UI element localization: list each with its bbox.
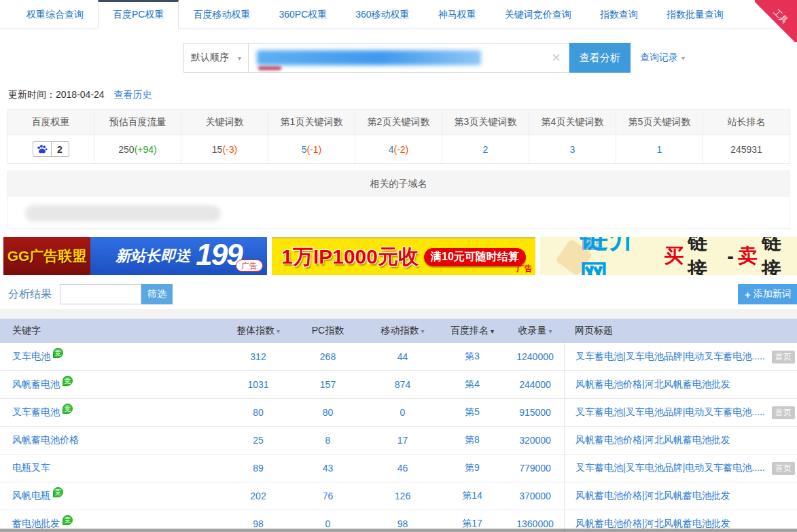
ad-dash-text: - [727, 245, 734, 268]
indexed-volume-value: 1240000 [506, 351, 564, 362]
tab-baidu-pc-weight[interactable]: 百度PC权重 [98, 0, 179, 29]
add-new-keyword-button[interactable]: + 添加新词 [738, 284, 797, 304]
ad-ip-pill: 满10元可随时结算 [424, 248, 526, 266]
keyword-link[interactable]: 蓄电池批发 [12, 518, 60, 529]
corner-ribbon-shape: 工具 [755, 0, 797, 42]
baidu-paw-icon [33, 142, 52, 156]
traffic-delta: (+94) [135, 144, 157, 155]
table-row: 风帆蓄电池价格 25 8 17 第8 320000 风帆蓄电池价格|河北风帆蓄电… [0, 427, 797, 455]
domain-search-input[interactable]: × [249, 43, 569, 73]
mobile-index-value: 126 [367, 491, 438, 501]
col-volume-label: 收录量 [518, 325, 546, 336]
page2-value: 4 [389, 144, 394, 155]
sort-order-select[interactable]: 默认顺序 ▾ [183, 43, 249, 73]
corner-ribbon[interactable]: 工具 [755, 0, 797, 42]
keyword-link[interactable]: 叉车电池 [12, 351, 50, 361]
clear-input-icon[interactable]: × [552, 49, 561, 67]
pc-index-value: 80 [289, 407, 367, 418]
baidu-rank-value: 第5 [438, 406, 506, 419]
analyze-button[interactable]: 查看分析 [569, 43, 631, 73]
col-overall-index[interactable]: 整体指数▾ [228, 325, 289, 337]
page-title-link[interactable]: 叉车蓄电池|叉车电池品牌|电动叉车蓄电池..... [575, 351, 765, 363]
sort-arrow-icon: ▾ [277, 327, 280, 335]
baidu-rank-value: 第3 [438, 351, 506, 363]
keyword-table-header: 关键字 整体指数▾ PC指数 移动指数▾ 百度排名▾ 收录量▾ 网页标题 [0, 319, 797, 343]
subdomain-section: 相关的子域名 [7, 171, 790, 229]
page-title-link[interactable]: 风帆蓄电池价格|河北风帆蓄电池批发 [575, 378, 730, 391]
stats-header-keywords: 关键词数 [181, 110, 268, 135]
caret-down-icon: ▾ [238, 54, 241, 62]
censored-subdomain-link[interactable] [25, 205, 221, 221]
pc-index-value: 157 [289, 379, 367, 390]
tab-shenma-weight[interactable]: 神马权重 [424, 0, 491, 29]
stats-header-page4: 第4页关键词数 [529, 110, 616, 135]
view-history-link[interactable]: 查看历史 [114, 89, 152, 100]
col-indexed-volume[interactable]: 收录量▾ [506, 325, 564, 337]
tab-360-mobile-weight[interactable]: 360移动权重 [341, 0, 423, 29]
ad-buy-text: 买 [664, 243, 684, 270]
baidu-weight-badge[interactable]: 2 [33, 141, 69, 157]
ad-banner-lianjie[interactable]: 广告 链介网 买链接-卖链接 [540, 237, 797, 275]
keyword-link[interactable]: 叉车蓄电池 [12, 406, 60, 417]
col-baidu-rank[interactable]: 百度排名▾ [438, 325, 506, 337]
stats-header-page2: 第2页关键词数 [355, 110, 442, 135]
page-title-link[interactable]: 风帆蓄电池价格|河北风帆蓄电池批发 [575, 490, 730, 502]
ad-ip-text: 1万IP1000元收 [281, 243, 419, 271]
tab-index-query[interactable]: 指数查询 [586, 0, 652, 29]
filter-keyword-input[interactable] [60, 284, 141, 304]
caret-down-icon: ▾ [681, 54, 685, 62]
col-keyword: 关键字 [0, 325, 228, 337]
bid-icon: 竞 [63, 515, 73, 525]
page-title-link[interactable]: 叉车蓄电池|叉车电池品牌|电动叉车蓄电池..... [575, 406, 765, 419]
tab-360-pc-weight[interactable]: 360PC权重 [264, 0, 341, 29]
table-row: 叉车蓄电池竞 80 80 0 第5 915000 叉车蓄电池|叉车电池品牌|电动… [0, 399, 797, 427]
stats-value-row: 2 250(+94) 15(-3) 5(-1) 4(-2) 2 3 1 2459… [7, 135, 790, 164]
overall-index-value: 312 [228, 351, 289, 362]
page5-value: 1 [657, 144, 662, 155]
analysis-filter-row: 分析结果 筛选 + 添加新词 [8, 283, 797, 305]
stats-header-row: 百度权重 预估百度流量 关键词数 第1页关键词数 第2页关键词数 第3页关键词数… [7, 110, 790, 135]
home-page-badge: 首页 [772, 351, 795, 363]
stats-header-page3: 第3页关键词数 [442, 110, 529, 135]
indexed-volume-value: 779000 [506, 463, 564, 474]
pc-index-value: 76 [289, 491, 367, 501]
tab-index-batch-query[interactable]: 指数批量查询 [652, 0, 738, 29]
tab-overall-weight[interactable]: 权重综合查询 [12, 0, 98, 29]
stats-header-page1: 第1页关键词数 [268, 110, 355, 135]
filter-button[interactable]: 筛选 [141, 284, 173, 304]
ad-gg-text: 新站长即送 [116, 246, 190, 266]
plus-icon: + [745, 289, 751, 300]
pc-index-value: 0 [289, 518, 367, 529]
col-page-title: 网页标题 [564, 319, 797, 343]
subdomain-header: 相关的子域名 [7, 171, 790, 197]
indexed-volume-value: 370000 [506, 491, 564, 501]
tab-baidu-mobile-weight[interactable]: 百度移动权重 [179, 0, 264, 29]
censored-domain-value [257, 50, 481, 65]
col-pc-index: PC指数 [289, 325, 367, 337]
update-time-date: 2018-04-24 [56, 89, 105, 100]
table-row: 风帆蓄电池竞 1031 157 874 第4 244000 风帆蓄电池价格|河北… [0, 371, 797, 399]
tab-keyword-bid-query[interactable]: 关键词竞价查询 [491, 0, 586, 29]
page-title-link[interactable]: 叉车蓄电池|叉车电池品牌|电动叉车蓄电池..... [575, 462, 765, 474]
section-divider [0, 309, 797, 319]
keyword-link[interactable]: 风帆蓄电池 [12, 378, 60, 389]
indexed-volume-value: 1360000 [506, 518, 564, 529]
ad-gg-offer-panel: 新站长即送 199 广告 [90, 237, 267, 275]
mobile-index-value: 17 [367, 435, 438, 446]
ad-banner-ip-offer[interactable]: 1万IP1000元收 满10元可随时结算 广告 [272, 237, 535, 275]
keyword-link[interactable]: 风帆电瓶 [12, 490, 50, 501]
top-tab-bar: 权重综合查询 百度PC权重 百度移动权重 360PC权重 360移动权重 神马权… [0, 0, 797, 29]
mobile-index-value: 0 [367, 407, 438, 418]
baidu-rank-value: 第9 [438, 462, 506, 474]
ad-banner-gg-union[interactable]: GG广告联盟 新站长即送 199 广告 [3, 237, 267, 275]
sort-arrow-icon: ▾ [421, 327, 424, 335]
query-history-link[interactable]: 查询记录 ▾ [640, 52, 685, 64]
mobile-index-value: 874 [367, 379, 438, 390]
keyword-link[interactable]: 电瓶叉车 [12, 462, 50, 473]
col-mobile-index[interactable]: 移动指数▾ [367, 325, 438, 337]
keyword-link[interactable]: 风帆蓄电池价格 [12, 434, 79, 445]
mobile-index-value: 44 [367, 351, 438, 362]
home-page-badge: 首页 [772, 406, 795, 419]
page-title-link[interactable]: 风帆蓄电池价格|河北风帆蓄电池批发 [575, 434, 730, 446]
table-row: 叉车电池竞 312 268 44 第3 1240000 叉车蓄电池|叉车电池品牌… [0, 343, 797, 371]
